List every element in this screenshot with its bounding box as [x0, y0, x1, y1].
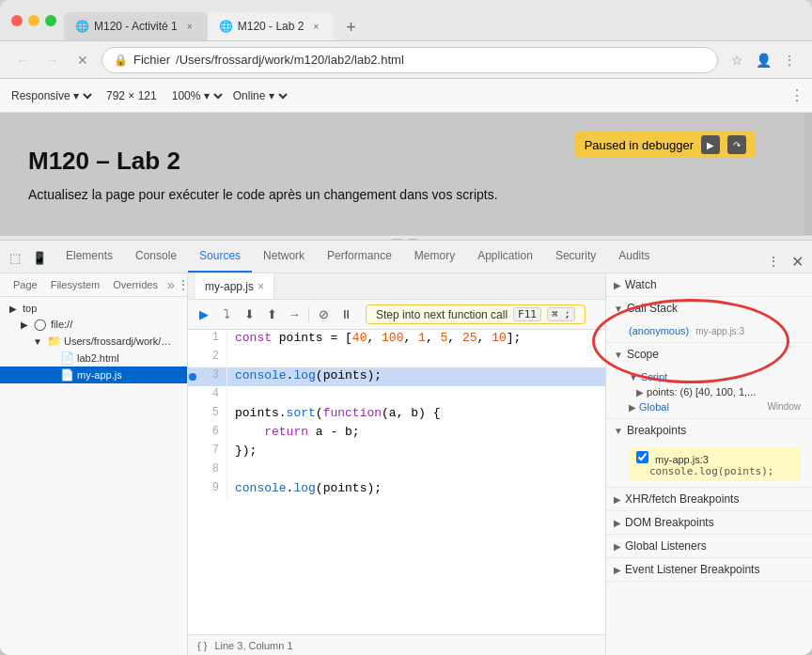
step-key1: F11	[513, 307, 541, 321]
tab-application[interactable]: Application	[466, 241, 544, 273]
tab-memory[interactable]: Memory	[403, 241, 466, 273]
sidebar-tab-page[interactable]: Page	[8, 277, 43, 292]
tab2-close-icon[interactable]: ×	[309, 20, 322, 33]
dom-breakpoints-title: DOM Breakpoints	[625, 516, 714, 529]
dom-breakpoints-section: ▶ DOM Breakpoints	[606, 511, 812, 535]
scope-points-value: points: (6) [40, 100, 1,...	[647, 386, 756, 398]
more-tabs-icon[interactable]: ⋮	[761, 250, 786, 273]
sidebar-tabs-more-icon[interactable]: »	[167, 277, 175, 292]
call-stack-fn-name: (anonymous)	[629, 325, 689, 336]
close-button[interactable]	[11, 15, 23, 26]
tree-item-lab2html[interactable]: 📄 lab2.html	[0, 350, 187, 366]
xhr-breakpoints-header[interactable]: ▶ XHR/fetch Breakpoints	[606, 488, 812, 510]
responsive-more-icon[interactable]: ⋮	[789, 86, 804, 104]
step-into-icon[interactable]: ⬇	[239, 304, 259, 325]
breakpoint-7[interactable]	[188, 443, 197, 461]
tab-elements[interactable]: Elements	[55, 241, 124, 273]
page-description: Actualisez la page pour exécuter le code…	[28, 187, 784, 202]
browser-tab-2[interactable]: 🌐 M120 - Lab 2 ×	[208, 12, 335, 40]
scope-header[interactable]: ▼ Scope	[606, 343, 812, 366]
tab-network[interactable]: Network	[252, 241, 316, 273]
breakpoint-item-1[interactable]: my-app.js:3 console.log(points);	[629, 447, 801, 481]
scope-points-arrow: ▶	[636, 387, 644, 398]
code-line-3: 3 console.log(points);	[188, 367, 605, 386]
breakpoint-6[interactable]	[188, 424, 197, 443]
breakpoint-5[interactable]	[188, 405, 197, 424]
breakpoints-title: Breakpoints	[627, 424, 686, 437]
step-out-icon[interactable]: ⬆	[261, 304, 282, 325]
tab-performance[interactable]: Performance	[316, 241, 403, 273]
watch-section-header[interactable]: ▶ Watch	[606, 273, 812, 296]
dom-breakpoints-header[interactable]: ▶ DOM Breakpoints	[606, 511, 812, 534]
more-icon[interactable]: ⋮	[778, 49, 801, 71]
back-button[interactable]: ←	[11, 49, 34, 71]
call-stack-header[interactable]: ▼ Call Stack	[606, 297, 812, 320]
reload-button[interactable]: ✕	[71, 49, 94, 71]
breakpoint-8[interactable]	[188, 461, 197, 480]
devtools-icon-buttons: ⬚ 📱	[4, 246, 51, 273]
global-listeners-header[interactable]: ▶ Global Listeners	[606, 535, 812, 557]
responsive-select[interactable]: Responsive ▾	[8, 88, 95, 103]
scrollbar[interactable]	[804, 113, 812, 235]
resume-execution-icon[interactable]: ▶	[194, 304, 214, 325]
new-tab-button[interactable]: +	[337, 14, 364, 40]
step-icon[interactable]: →	[284, 304, 304, 325]
sidebar-tab-overrides[interactable]: Overrides	[107, 277, 164, 292]
breakpoint-1[interactable]	[188, 330, 197, 349]
zoom-select[interactable]: 100% ▾	[168, 88, 226, 103]
breakpoint-2[interactable]	[188, 349, 197, 367]
tree-item-myappjs[interactable]: 📄 my-app.js	[0, 366, 187, 383]
editor-file-close-icon[interactable]: ×	[258, 280, 264, 293]
tab-console[interactable]: Console	[124, 241, 188, 273]
breakpoint-4[interactable]	[188, 386, 197, 405]
minimize-button[interactable]	[28, 15, 39, 26]
profile-icon[interactable]: 👤	[752, 49, 774, 71]
line-content-5: points.sort(function(a, b) {	[227, 405, 605, 424]
line-num-1: 1	[197, 330, 227, 349]
scope-global-item[interactable]: ▶ Global Window	[625, 399, 804, 414]
deactivate-breakpoints-icon[interactable]: ⊘	[313, 304, 334, 325]
devtools-panel: ⬚ 📱 Elements Console Sources Network Per…	[0, 241, 812, 655]
tree-item-file[interactable]: ▶ ◯ file://	[0, 316, 187, 333]
device-toolbar-icon[interactable]: 📱	[28, 246, 51, 269]
event-listener-breakpoints-header[interactable]: ▶ Event Listener Breakpoints	[606, 558, 812, 581]
tree-arrow-file: ▶	[19, 319, 30, 330]
scope-script-arrow: ▼	[629, 372, 638, 382]
browser-tab-1[interactable]: 🌐 M120 - Activité 1 ×	[64, 12, 208, 40]
step-over-icon[interactable]: ⤵	[216, 304, 237, 325]
resume-button[interactable]: ▶	[701, 135, 720, 154]
bookmark-icon[interactable]: ☆	[726, 49, 748, 71]
tree-item-top[interactable]: ▶ top	[0, 301, 187, 316]
breakpoint-3[interactable]	[188, 367, 197, 386]
devtools-close-icon[interactable]: ✕	[786, 250, 808, 273]
breakpoint-9[interactable]	[188, 480, 197, 499]
call-stack-item-anonymous[interactable]: (anonymous) my-app.js:3	[625, 323, 804, 338]
traffic-lights	[11, 15, 56, 26]
editor-file-tab[interactable]: my-app.js ×	[195, 273, 274, 299]
breakpoint-code-preview: console.log(points);	[636, 465, 793, 477]
scope-points-item[interactable]: ▶ points: (6) [40, 100, 1,...	[632, 384, 804, 399]
scope-script-item[interactable]: ▼ Script	[625, 369, 804, 384]
forward-button[interactable]: →	[41, 49, 64, 71]
sidebar-tab-filesystem[interactable]: Filesystem	[45, 277, 106, 292]
inspect-element-icon[interactable]: ⬚	[4, 246, 26, 269]
breakpoint-checkbox-1[interactable]	[636, 451, 648, 463]
dimensions-display: 792 × 121	[106, 89, 157, 102]
step-over-button[interactable]: ↷	[727, 135, 746, 154]
js-file-icon: 📄	[60, 368, 73, 382]
breakpoints-header[interactable]: ▼ Breakpoints	[606, 419, 812, 442]
tab-sources[interactable]: Sources	[188, 241, 252, 273]
maximize-button[interactable]	[45, 15, 56, 26]
address-input[interactable]: 🔒 Fichier /Users/frossardj/work/m120/lab…	[102, 47, 718, 73]
tab-audits[interactable]: Audits	[607, 241, 661, 273]
dom-arrow-icon: ▶	[614, 518, 621, 528]
global-listeners-section: ▶ Global Listeners	[606, 535, 812, 558]
toolbar-sep1	[308, 307, 309, 322]
pause-on-exception-icon[interactable]: ⏸	[336, 304, 356, 325]
code-editor[interactable]: 1 const points = [40, 100, 1, 5, 25, 10]…	[188, 330, 605, 634]
tree-item-folder[interactable]: ▼ 📁 Users/frossardj/work/m120/lab2	[0, 333, 187, 350]
scope-global-label: Global	[639, 401, 669, 413]
tab1-close-icon[interactable]: ×	[183, 20, 196, 33]
tab-security[interactable]: Security	[544, 241, 607, 273]
network-select[interactable]: Online ▾	[229, 88, 290, 103]
